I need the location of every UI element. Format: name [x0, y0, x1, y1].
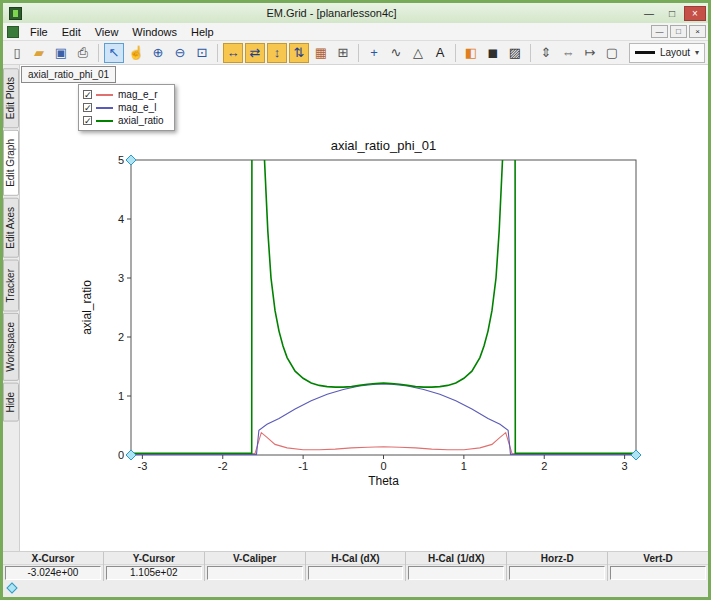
status-col-y-cursor: Y-Cursor1.105e+02 [104, 552, 205, 581]
menu-windows[interactable]: Windows [125, 24, 184, 40]
legend-line-sample [96, 94, 113, 96]
plot-box[interactable] [131, 160, 636, 455]
status-header: V-Caliper [205, 552, 305, 565]
mdi-restore-button[interactable]: □ [670, 25, 687, 38]
y-tick-label: 2 [118, 331, 124, 343]
zoom-window-button[interactable]: ⊡ [192, 43, 212, 63]
menu-edit[interactable]: Edit [55, 24, 88, 40]
mdi-minimize-button[interactable]: — [651, 25, 668, 38]
side-tab-hide[interactable]: Hide [3, 383, 19, 422]
side-tab-edit-plots[interactable]: Edit Plots [3, 68, 19, 128]
text-label-button[interactable]: A [430, 43, 450, 63]
layout-dropdown[interactable]: Layout▾ [629, 43, 705, 63]
color-fill-icon: ◧ [465, 46, 477, 59]
legend-item-axial_ratio: ✓axial_ratio [83, 114, 164, 127]
zoom-window-icon: ⊡ [197, 46, 208, 59]
x-axis-label: Theta [368, 474, 399, 488]
status-value [308, 566, 404, 580]
menu-bar: FileEditViewWindowsHelp — □ × [3, 23, 708, 41]
main-area: Edit PlotsEdit GraphEdit AxesTrackerWork… [3, 65, 708, 551]
document-tab[interactable]: axial_ratio_phi_01 [21, 66, 116, 83]
status-header: H-Cal (1/dX) [406, 552, 506, 565]
status-col-h-cal-dx-: H-Cal (dX) [306, 552, 407, 581]
side-tab-edit-graph[interactable]: Edit Graph [3, 130, 19, 196]
legend-label: mag_e_l [118, 102, 156, 113]
y-tick-label: 5 [118, 154, 124, 166]
stretch-y-button[interactable]: ↕ [267, 43, 287, 63]
title-bar: EM.Grid - [planarlesson4c] — □ × [3, 3, 708, 23]
status-value: 1.105e+02 [106, 566, 202, 580]
y-tick-label: 4 [118, 213, 124, 225]
side-tab-tracker[interactable]: Tracker [3, 260, 19, 312]
status-header: Y-Cursor [104, 552, 204, 565]
axes-frame-icon: ⊞ [338, 46, 349, 59]
chart-svg[interactable]: -3-2-10123012345axial_ratio_phi_01Thetaa… [20, 65, 708, 551]
toolbar-separator [358, 44, 359, 62]
side-tab-workspace[interactable]: Workspace [3, 313, 19, 381]
axes-frame-button[interactable]: ⊞ [333, 43, 353, 63]
layout-label: Layout [660, 47, 690, 58]
maximize-button[interactable]: □ [661, 6, 683, 21]
legend-label: axial_ratio [118, 115, 164, 126]
grid-table-button[interactable]: ▦ [311, 43, 331, 63]
crosshair-button[interactable]: + [364, 43, 384, 63]
pattern-solid-button[interactable]: ◼ [483, 43, 503, 63]
tracker-curve-button[interactable]: ∿ [386, 43, 406, 63]
menu-view[interactable]: View [88, 24, 126, 40]
side-tab-edit-axes[interactable]: Edit Axes [3, 198, 19, 258]
menu-file[interactable]: File [23, 24, 55, 40]
pan-hand-icon: ☝ [128, 46, 144, 59]
minimize-button[interactable]: — [638, 6, 660, 21]
v-caliper-button[interactable]: ⇕ [536, 43, 556, 63]
status-col-horz-d: Horz-D [507, 552, 608, 581]
x-tick-label: 3 [622, 460, 628, 472]
shrink-x-button[interactable]: ⇄ [245, 43, 265, 63]
h-caliper-button[interactable]: ⇔ [558, 43, 578, 63]
legend-item-mag_e_r: ✓mag_e_r [83, 88, 164, 101]
y-axis-label: axial_ratio [80, 280, 94, 335]
pan-hand-button[interactable]: ☝ [126, 43, 146, 63]
select-arrow-button[interactable]: ↖ [104, 43, 124, 63]
x-tick-label: -2 [218, 460, 228, 472]
pattern-hatch-button[interactable]: ▨ [505, 43, 525, 63]
y-tick-label: 0 [118, 449, 124, 461]
close-button[interactable]: × [684, 6, 706, 21]
status-value: -3.024e+00 [5, 566, 101, 580]
bottom-strip [3, 581, 708, 597]
legend-item-mag_e_l: ✓mag_e_l [83, 101, 164, 114]
legend-checkbox-mag_e_r[interactable]: ✓ [83, 90, 92, 99]
legend-checkbox-mag_e_l[interactable]: ✓ [83, 103, 92, 112]
save-icon: ▣ [55, 46, 67, 59]
marker-box-icon: ▢ [606, 46, 618, 59]
status-value [207, 566, 303, 580]
open-folder-button[interactable]: ▰ [29, 43, 49, 63]
print-button[interactable]: ⎙ [73, 43, 93, 63]
shrink-y-button[interactable]: ⇅ [289, 43, 309, 63]
menu-help[interactable]: Help [184, 24, 221, 40]
color-fill-button[interactable]: ◧ [461, 43, 481, 63]
legend-checkbox-axial_ratio[interactable]: ✓ [83, 116, 92, 125]
splitter-handle-icon[interactable] [6, 582, 17, 593]
stretch-y-icon: ↕ [274, 46, 281, 59]
save-button[interactable]: ▣ [51, 43, 71, 63]
select-arrow-icon: ↖ [109, 46, 120, 59]
zoom-out-button[interactable]: ⊖ [170, 43, 190, 63]
legend-line-sample [96, 107, 113, 109]
y-tick-label: 1 [118, 390, 124, 402]
zoom-in-button[interactable]: ⊕ [148, 43, 168, 63]
new-document-button[interactable]: ▯ [7, 43, 27, 63]
status-col-v-caliper: V-Caliper [205, 552, 306, 581]
zoom-in-icon: ⊕ [153, 46, 164, 59]
status-header: X-Cursor [3, 552, 103, 565]
x-tick-label: -3 [137, 460, 147, 472]
stretch-x-button[interactable]: ↔ [223, 43, 243, 63]
delta-marker-button[interactable]: △ [408, 43, 428, 63]
shrink-x-icon: ⇄ [250, 46, 261, 59]
h-distance-button[interactable]: ↦ [580, 43, 600, 63]
mdi-close-button[interactable]: × [689, 25, 706, 38]
marker-box-button[interactable]: ▢ [602, 43, 622, 63]
h-caliper-icon: ⇔ [562, 46, 575, 59]
crosshair-icon: + [370, 46, 378, 59]
side-tab-strip: Edit PlotsEdit GraphEdit AxesTrackerWork… [3, 65, 20, 551]
chevron-down-icon: ▾ [695, 48, 699, 57]
